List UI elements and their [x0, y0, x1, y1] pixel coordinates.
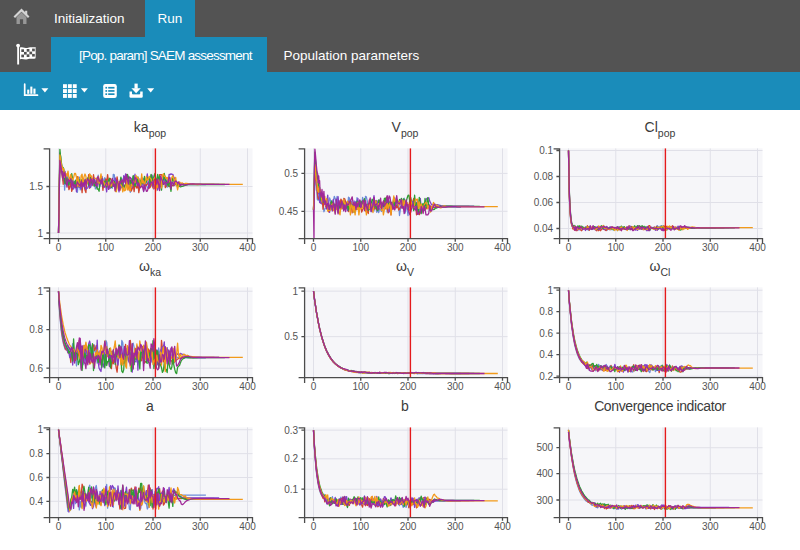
svg-text:1: 1: [38, 228, 44, 239]
svg-text:0.1: 0.1: [539, 145, 553, 156]
svg-text:1: 1: [38, 286, 44, 297]
svg-text:0.06: 0.06: [534, 197, 554, 208]
svg-text:400: 400: [749, 521, 766, 532]
svg-text:1: 1: [293, 286, 299, 297]
svg-text:300: 300: [192, 521, 209, 532]
svg-text:0.5: 0.5: [284, 168, 298, 179]
svg-text:Convergence indicator: Convergence indicator: [594, 397, 726, 413]
svg-text:300: 300: [702, 521, 719, 532]
svg-text:1: 1: [38, 424, 44, 435]
svg-text:0.4: 0.4: [539, 350, 553, 361]
svg-text:0.08: 0.08: [534, 171, 554, 182]
svg-text:1.5: 1.5: [29, 181, 43, 192]
svg-text:400: 400: [239, 521, 256, 532]
svg-text:400: 400: [494, 521, 511, 532]
svg-text:0.6: 0.6: [29, 363, 43, 374]
svg-text:0.4: 0.4: [29, 496, 43, 507]
svg-text:0.45: 0.45: [279, 206, 299, 217]
svg-text:b: b: [401, 397, 409, 413]
svg-text:kapop: kapop: [134, 119, 166, 139]
svg-text:0.2: 0.2: [284, 453, 298, 464]
svg-text:0.3: 0.3: [284, 424, 298, 435]
svg-text:ωV: ωV: [396, 258, 414, 278]
svg-text:200: 200: [655, 521, 672, 532]
svg-text:400: 400: [536, 468, 553, 479]
svg-text:0.6: 0.6: [29, 472, 43, 483]
svg-text:0.8: 0.8: [29, 325, 43, 336]
svg-text:1: 1: [548, 285, 554, 296]
svg-text:0: 0: [311, 521, 317, 532]
svg-text:200: 200: [400, 521, 417, 532]
svg-text:0.04: 0.04: [534, 223, 554, 234]
svg-text:0.2: 0.2: [539, 371, 553, 382]
svg-text:0.8: 0.8: [539, 307, 553, 318]
svg-text:0: 0: [566, 521, 572, 532]
svg-text:200: 200: [145, 521, 162, 532]
svg-text:Clpop: Clpop: [645, 119, 676, 139]
svg-text:ωka: ωka: [139, 258, 161, 278]
svg-text:300: 300: [447, 521, 464, 532]
svg-text:100: 100: [97, 521, 114, 532]
svg-text:500: 500: [536, 442, 553, 453]
svg-text:300: 300: [536, 494, 553, 505]
svg-text:0.8: 0.8: [29, 448, 43, 459]
svg-text:100: 100: [352, 521, 369, 532]
svg-text:0.5: 0.5: [284, 332, 298, 343]
svg-text:0.6: 0.6: [539, 328, 553, 339]
svg-text:0.1: 0.1: [284, 483, 298, 494]
svg-text:a: a: [146, 397, 154, 413]
svg-text:ωCl: ωCl: [650, 258, 671, 278]
svg-text:100: 100: [607, 521, 624, 532]
svg-text:0: 0: [56, 521, 62, 532]
svg-text:Vpop: Vpop: [392, 119, 419, 139]
